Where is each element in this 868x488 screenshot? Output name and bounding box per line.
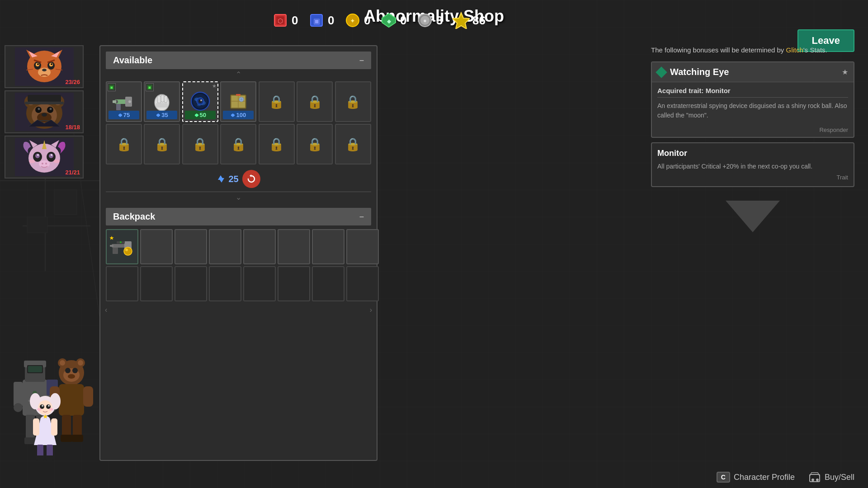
buy-sell-icon	[808, 471, 821, 483]
svg-rect-100	[73, 415, 82, 437]
backpack-item-7[interactable]	[312, 229, 344, 264]
shop-item-14[interactable]: 🔒	[335, 124, 371, 164]
shop-item-2[interactable]: ▣ 35	[144, 81, 180, 122]
backpack-item-16[interactable]	[346, 266, 379, 301]
svg-point-127	[128, 100, 131, 103]
down-arrow-container	[651, 192, 854, 241]
shop-item-11[interactable]: 🔒	[220, 124, 256, 164]
svg-point-78	[14, 403, 23, 412]
char-card-fox[interactable]: 23/26	[5, 45, 84, 88]
shop-item-1[interactable]: ▣ 75	[106, 81, 142, 122]
fox-hp: 23/26	[65, 79, 80, 85]
item-4-visual	[227, 90, 250, 113]
svg-point-111	[37, 408, 42, 411]
available-section-header: Available –	[106, 52, 371, 69]
backpack-item-9[interactable]	[106, 266, 138, 301]
shop-item-8[interactable]: 🔒	[106, 124, 142, 164]
backpack-item-2[interactable]	[140, 229, 173, 264]
svg-text:▣: ▣	[313, 17, 320, 25]
svg-point-165	[120, 241, 122, 243]
svg-point-49	[49, 108, 52, 110]
svg-rect-134	[164, 96, 167, 103]
svg-marker-136	[156, 113, 160, 117]
glitch-name: Glitch	[786, 46, 803, 54]
shop-item-10[interactable]: 🔒	[182, 124, 218, 164]
monitor-title: Monitor	[657, 149, 848, 158]
backpack-item-11[interactable]	[175, 266, 207, 301]
svg-point-109	[42, 405, 43, 407]
yellow-value: 0	[364, 14, 375, 28]
monitor-desc: All participants' Critical +20% in the n…	[657, 162, 848, 171]
svg-rect-160	[113, 248, 118, 254]
backpack-section-header: Backpack –	[106, 208, 371, 225]
svg-rect-102	[71, 435, 83, 442]
backpack-item-12[interactable]	[209, 266, 241, 301]
svg-point-154	[241, 98, 243, 100]
svg-point-90	[60, 360, 65, 366]
char-card-unicorn[interactable]: 21/21	[5, 136, 84, 178]
backpack-item-4[interactable]	[209, 229, 241, 264]
shop-item-9[interactable]: 🔒	[144, 124, 180, 164]
shop-item-7[interactable]: 🔒	[335, 81, 371, 122]
watching-eye-trait: Acquired trait: Monitor	[657, 87, 848, 98]
backpack-item-8[interactable]	[346, 229, 379, 264]
char-card-bear[interactable]: 18/18	[5, 90, 84, 133]
item-3-visual	[189, 90, 212, 113]
buy-sell-btn[interactable]: Buy/Sell	[808, 471, 854, 483]
svg-text:▣: ▣	[148, 85, 151, 89]
backpack-item-5[interactable]	[243, 229, 276, 264]
svg-point-161	[124, 247, 132, 255]
svg-rect-124	[116, 104, 121, 110]
svg-point-31	[37, 63, 39, 65]
char-profile-key: C	[717, 472, 730, 483]
available-collapse-btn[interactable]: –	[359, 56, 364, 65]
svg-rect-126	[113, 100, 116, 103]
backpack-collapse-btn[interactable]: –	[359, 212, 364, 221]
bear-hp: 18/18	[65, 124, 80, 131]
shop-item-3[interactable]: ★	[182, 81, 218, 122]
shop-currency-display: 25	[100, 166, 377, 192]
green-gem-currency: ◆ 0	[380, 11, 411, 29]
blue-cube-currency: ▣ 0	[307, 11, 339, 29]
svg-rect-135	[156, 103, 168, 108]
currency-bar: ⬡ 0 ▣ 0 ✦ 0 ◆ 0 ● 3 86	[271, 7, 832, 34]
svg-point-93	[65, 368, 71, 373]
lock-icon-6: 🔒	[307, 94, 323, 109]
red-cube-value: 0	[292, 14, 303, 28]
svg-point-95	[68, 374, 75, 379]
shop-item-4[interactable]: 100	[220, 81, 256, 122]
svg-point-94	[72, 368, 78, 373]
monitor-type: Trait	[657, 171, 848, 181]
available-items-row2: 🔒 🔒 🔒 🔒 🔒 🔒 🔒	[100, 124, 377, 166]
backpack-item-14[interactable]	[278, 266, 310, 301]
svg-marker-147	[195, 113, 198, 117]
shop-item-5[interactable]: 🔒	[259, 81, 295, 122]
refresh-button[interactable]	[242, 170, 260, 188]
bear-avatar-art	[15, 93, 74, 131]
svg-point-67	[42, 163, 43, 164]
svg-marker-156	[218, 175, 224, 183]
backpack-item-13[interactable]	[243, 266, 276, 301]
backpack-item-1[interactable]	[106, 229, 138, 264]
backpack-item-6[interactable]	[278, 229, 310, 264]
svg-point-168	[811, 479, 814, 481]
backpack-item-10[interactable]	[140, 266, 173, 301]
silver-coin-icon: ●	[416, 11, 434, 29]
backpack-item-15[interactable]	[312, 266, 344, 301]
shop-item-12[interactable]: 🔒	[259, 124, 295, 164]
shop-item-6[interactable]: 🔒	[297, 81, 333, 122]
svg-point-34	[42, 69, 47, 71]
item-2-visual	[151, 90, 173, 113]
watching-eye-star: ★	[842, 68, 848, 76]
slot-badge-2: ▣	[146, 83, 154, 91]
svg-point-112	[49, 408, 53, 411]
svg-point-110	[48, 405, 50, 407]
shop-item-13[interactable]: 🔒	[297, 124, 333, 164]
lock-icon-7: 🔒	[345, 94, 361, 109]
backpack-item-3[interactable]	[175, 229, 207, 264]
silver-coin-currency: ● 3	[416, 11, 448, 29]
svg-rect-113	[33, 418, 39, 436]
lock-icon-5: 🔒	[269, 94, 284, 109]
lock-icon-14: 🔒	[345, 137, 361, 152]
char-profile-btn[interactable]: C Character Profile	[717, 472, 795, 483]
